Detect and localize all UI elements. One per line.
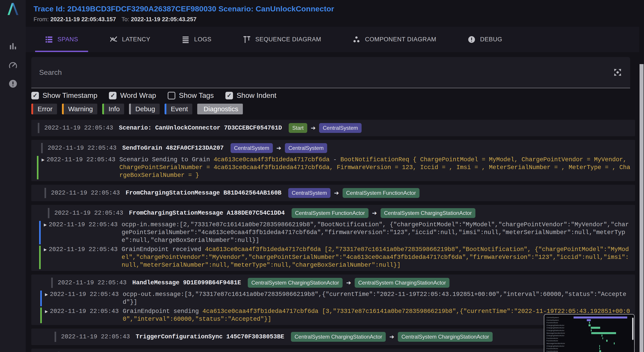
minimap-span-bar (602, 337, 603, 339)
span-name: FromChargingStationMessage A188DE07C54C1… (129, 210, 285, 216)
tab-debug[interactable]: DEBUG (458, 27, 512, 52)
minimap-span-bar (599, 350, 601, 352)
option-show-tags[interactable]: Show Tags (168, 91, 214, 100)
filter-chip-info[interactable]: Info (102, 104, 124, 114)
page-scrollbar (639, 0, 644, 352)
span-header-row[interactable]: 2022-11-19 22:05:43TriggerConfigurationS… (36, 330, 630, 343)
span-badges: Start➔CentralSystem (289, 123, 362, 133)
minimap-row: ChargingStationActor (546, 345, 632, 348)
log-level-bar-info (37, 156, 38, 179)
filter-color-bar (197, 104, 199, 114)
log-entry[interactable]: ▶2022-11-19 22:05:43GrainEndpoint sendin… (36, 308, 630, 323)
span-name: FromChargingStationMessage B81D462564AB1… (126, 190, 282, 196)
from-actor-badge: CentralSystem ChargingStationActor (291, 332, 386, 342)
span-card: 2022-11-19 22:05:43FromChargingStationMe… (31, 205, 635, 271)
checkbox-unchecked-icon[interactable] (168, 92, 175, 99)
log-message-part: GrainEndpoint received (122, 246, 205, 253)
minimap-row-label: CentralSystem (546, 319, 559, 321)
log-timestamp: 2022-11-19 22:05:43 (50, 291, 119, 298)
minimap-row: ChargingStationActor (546, 334, 632, 337)
minimap-row-label: CentralSystem (546, 317, 559, 319)
expand-triangle-icon[interactable]: ▶ (45, 292, 50, 297)
span-timestamp: 2022-11-19 22:05:43 (44, 125, 113, 131)
level-filters: ErrorWarningInfoDebugEventDiagnostics (31, 104, 635, 114)
tab-label-component: COMPONENT DIAGRAM (365, 36, 436, 43)
span-badges: CentralSystem➔CentralSystem (230, 143, 327, 153)
span-header-row[interactable]: 2022-11-19 22:05:43FromChargingStationMe… (36, 186, 630, 199)
span-header-row[interactable]: 2022-11-19 22:05:43HandleMessage 9D1E099… (36, 276, 630, 289)
span-header-row[interactable]: 2022-11-19 22:05:43FromChargingStationMe… (36, 207, 630, 219)
minimap-row: CentralSystem (546, 316, 632, 319)
span-header-row[interactable]: 2022-11-19 22:05:43Scenario: CanUnlockCo… (36, 122, 630, 135)
option-show-timestamp[interactable]: ✓Show Timestamp (31, 91, 97, 100)
minimap-span-bar (589, 322, 590, 324)
to-actor-badge: CentralSystem ChargingStationActor (355, 278, 450, 288)
minimap-rows: CentralSystemCentralSystemFunctionActorC… (546, 316, 632, 352)
filter-chip-event[interactable]: Event (164, 104, 192, 114)
option-label: Show Timestamp (42, 91, 97, 100)
expand-triangle-icon[interactable]: ▶ (44, 222, 49, 227)
log-entry[interactable]: ▶2022-11-19 22:05:43Scenario Sending to … (36, 156, 630, 179)
filter-color-bar (31, 104, 33, 114)
minimap-span-bar (602, 335, 602, 337)
log-level-bar-event (40, 291, 42, 306)
to-actor-badge: CentralSystem ChargingStationActor (380, 208, 476, 218)
checkbox-checked-icon[interactable]: ✓ (109, 92, 116, 99)
checkbox-checked-icon[interactable]: ✓ (226, 92, 233, 99)
minimap-row-label: MessageHandlerActor (546, 332, 565, 334)
tab-label-sequence: SEQUENCE DIAGRAM (255, 36, 321, 43)
tab-label-debug: DEBUG (480, 36, 502, 43)
to-actor-badge: CentralSystem (319, 123, 361, 133)
to-label: To: (122, 16, 129, 22)
option-label: Show Tags (179, 91, 214, 100)
filter-chip-error[interactable]: Error (31, 104, 57, 114)
option-word-wrap[interactable]: ✓Word Wrap (109, 91, 156, 100)
arrow-right-icon: ➔ (276, 145, 281, 152)
filter-chip-debug[interactable]: Debug (129, 104, 160, 114)
minimap-span-bar (599, 345, 600, 347)
search-input[interactable] (31, 57, 612, 88)
span-header-row[interactable]: 2022-11-19 22:05:43TriggerConfigurationS… (36, 351, 630, 352)
tab-latency[interactable]: LATENCY (100, 27, 160, 52)
stats-icon[interactable] (8, 41, 18, 51)
log-message-part: ocpp-in.message:[2,"73317e87c16141a0be72… (122, 221, 629, 244)
alerts-icon[interactable] (8, 79, 18, 88)
expand-triangle-icon[interactable]: ▶ (44, 247, 49, 252)
from-value: 2022-11-19 22:05:43.157 (50, 16, 116, 22)
log-timestamp: 2022-11-19 22:05:43 (49, 246, 118, 253)
log-entry[interactable]: ▶2022-11-19 22:05:43ocpp-in.message:[2,"… (36, 221, 630, 244)
option-show-indent[interactable]: ✓Show Indent (226, 91, 276, 100)
gauge-icon[interactable] (8, 60, 18, 70)
tab-sequence[interactable]: SEQUENCE DIAGRAM (233, 27, 331, 52)
minimap-scrollbar-thumb[interactable] (632, 318, 634, 340)
tab-component[interactable]: COMPONENT DIAGRAM (342, 27, 446, 52)
tab-spans[interactable]: SPANS (35, 27, 88, 52)
log-entry[interactable]: ▶2022-11-19 22:05:43ocpp-out.message:[3,… (36, 291, 630, 306)
checkbox-checked-icon[interactable]: ✓ (31, 92, 39, 99)
arrow-right-icon: ➔ (334, 190, 339, 196)
log-entry[interactable]: ▶2022-11-19 22:05:43GrainEndpoint receiv… (36, 246, 630, 269)
minimap-span-bar (614, 343, 615, 345)
minimap-row: MessageHandlerActor (546, 342, 632, 345)
minimap-span-bar (591, 330, 592, 332)
minimap-row-label: ChargingStationActor (546, 327, 564, 329)
tab-logs[interactable]: LOGS (172, 27, 221, 52)
minimap-row-label: ChargingStationActor (546, 330, 564, 332)
filter-chip-warning[interactable]: Warning (62, 104, 98, 114)
log-level-bar-event (39, 221, 41, 244)
trace-time-range: From: 2022-11-19 22:05:43.157 To: 2022-1… (34, 16, 644, 23)
page-scrollbar-thumb[interactable] (640, 64, 644, 352)
span-header-row[interactable]: 2022-11-19 22:05:43SendToGrain 482FA0CF1… (36, 142, 630, 155)
minimap-row: FunctionActor (546, 340, 632, 342)
expand-triangle-icon[interactable]: ▶ (42, 158, 46, 162)
to-actor-badge: CentralSystem (285, 143, 327, 153)
span-badges: CentralSystem ChargingStationActor➔Centr… (291, 332, 492, 342)
expand-triangle-icon[interactable]: ▶ (45, 309, 50, 314)
filter-chip-diagnostics[interactable]: Diagnostics (197, 104, 242, 114)
span-timestamp: 2022-11-19 22:05:43 (61, 334, 130, 340)
minimap-row: FunctionActor (546, 347, 632, 350)
trace-minimap[interactable]: CentralSystemCentralSystemFunctionActorC… (544, 314, 634, 352)
move-icon[interactable] (612, 67, 623, 78)
log-message: GrainEndpoint received 4ca613ce0caa4f3fb… (122, 246, 630, 269)
minimap-span-bar (591, 327, 600, 329)
